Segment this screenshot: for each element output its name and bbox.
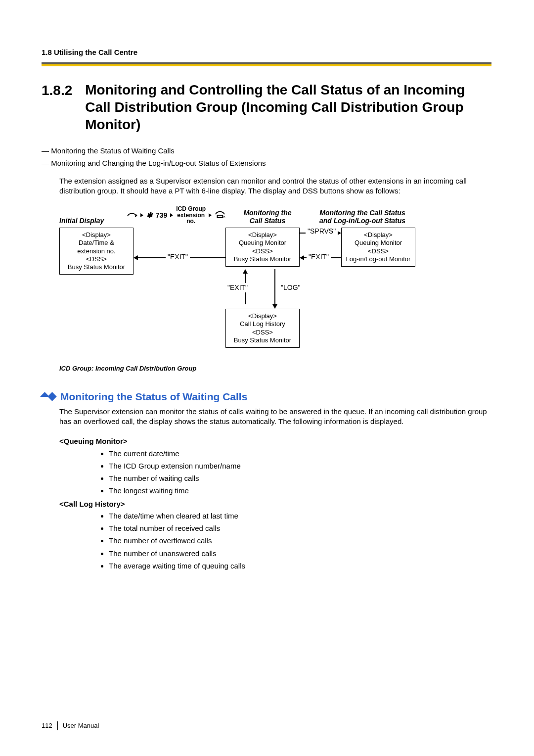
heading-text: Monitoring and Controlling the Call Stat… (85, 81, 491, 133)
off-hook-icon (127, 211, 137, 219)
queuing-monitor-list: The current date/time The ICD Group exte… (89, 449, 491, 496)
diagram-label-exit-3: "EXIT" (225, 283, 250, 292)
heading-number: 1.8.2 (42, 81, 72, 133)
seq-label: ICD Group extension no. (176, 206, 206, 225)
list-item: The current date/time (109, 449, 491, 459)
diagram-box-calllog: <Display> Call Log History <DSS> Busy St… (225, 309, 300, 348)
diagram-title-monitoring: Monitoring the Call Status (225, 209, 310, 225)
seq-code: 739 (156, 212, 167, 219)
subheading: Monitoring the Status of Waiting Calls (60, 390, 247, 404)
intro-bullet: — Monitoring and Changing the Log-in/Log… (42, 158, 491, 168)
intro-bullet: — Monitoring the Status of Waiting Calls (42, 146, 491, 156)
list-item: The number of overflowed calls (109, 536, 491, 546)
list-item: The number of unanswered calls (109, 549, 491, 559)
diagram-label-log: "LOG" (279, 283, 303, 292)
flow-diagram: Initial Display ✱ 739 ICD Group extensio… (59, 206, 415, 373)
diagram-box-login: <Display> Queuing Monitor <DSS> Log-in/L… (341, 228, 415, 267)
header-section: 1.8 Utilising the Call Centre (42, 48, 137, 56)
intro-paragraph: The extension assigned as a Supervisor e… (59, 176, 491, 196)
diagram-title-initial: Initial Display (59, 217, 127, 225)
call-log-history-header: <Call Log History> (59, 499, 491, 509)
page-footer: 112 User Manual (42, 721, 99, 730)
diamond-bullets-icon (42, 393, 55, 400)
rule-yellow (42, 64, 491, 66)
footer-label: User Manual (63, 721, 99, 730)
page-number: 112 (42, 721, 58, 730)
list-item: The number of waiting calls (109, 473, 491, 483)
call-log-history-list: The date/time when cleared at last time … (89, 511, 491, 571)
diagram-box-initial: <Display> Date/Time & extension no. <DSS… (59, 228, 134, 275)
diagram-footnote: ICD Group: Incoming Call Distribution Gr… (59, 364, 415, 373)
list-item: The ICD Group extension number/name (109, 461, 491, 471)
diagram-title-right: Monitoring the Call Status and Log-in/Lo… (310, 209, 415, 225)
diagram-label-sprvs: "SPRVS" (306, 227, 338, 236)
on-hook-icon (215, 211, 225, 219)
list-item: The average waiting time of queuing call… (109, 561, 491, 571)
section2-paragraph: The Supervisor extension can monitor the… (59, 407, 491, 427)
svg-rect-0 (218, 215, 223, 218)
diagram-box-queue: <Display> Queuing Monitor <DSS> Busy Sta… (225, 228, 300, 267)
list-item: The longest waiting time (109, 486, 491, 496)
intro-bullets: — Monitoring the Status of Waiting Calls… (42, 146, 491, 168)
list-item: The total number of received calls (109, 523, 491, 533)
list-item: The date/time when cleared at last time (109, 511, 491, 521)
queuing-monitor-header: <Queuing Monitor> (59, 436, 491, 446)
diagram-label-exit-1: "EXIT" (166, 252, 190, 262)
diagram-label-exit-2: "EXIT" (307, 252, 331, 262)
diagram-sequence: ✱ 739 ICD Group extension no. (127, 206, 225, 225)
